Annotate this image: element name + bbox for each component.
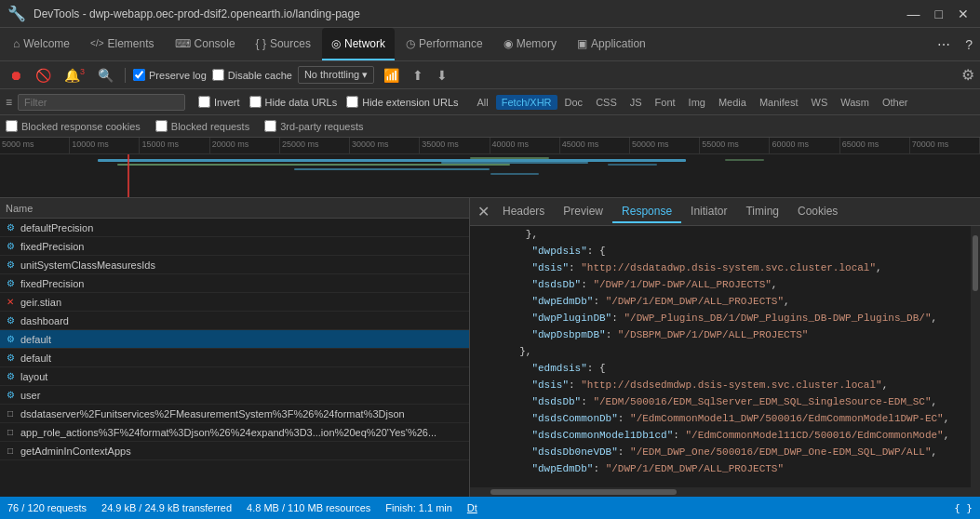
line-content: "dwpPluginDB": "/DWP_Plugins_DB/1/DWP_Pl… (507, 310, 937, 326)
hide-ext-label[interactable]: Hide extension URLs (346, 96, 458, 108)
close-panel-button[interactable]: ✕ (474, 203, 493, 220)
tab-console[interactable]: ⌨ Console (166, 28, 245, 60)
throttle-button[interactable]: No throttling ▾ (298, 66, 374, 84)
record-button[interactable]: ⏺ (6, 66, 26, 85)
list-item[interactable]: □dsdataserver%2Funitservices%2FMeasureme… (0, 405, 469, 423)
wifi-icon[interactable]: 📶 (380, 66, 403, 85)
maximize-button[interactable]: □ (932, 7, 946, 21)
third-party-checkbox[interactable] (264, 120, 276, 132)
list-item[interactable]: ✕geir.stian (0, 293, 469, 312)
application-icon: ▣ (577, 37, 587, 50)
preserve-log-checkbox[interactable] (133, 69, 145, 81)
list-item[interactable]: ⚙default (0, 349, 469, 367)
tab-headers[interactable]: Headers (493, 201, 554, 223)
tab-network[interactable]: ◎ Network (322, 28, 395, 60)
search-button[interactable]: 🔍 (94, 66, 117, 85)
ruler-tick: 65000 ms (840, 138, 910, 153)
json-line: "edmdsis": { (470, 360, 971, 377)
download-button[interactable]: ⬇ (433, 66, 451, 85)
filter-type-js[interactable]: JS (624, 95, 648, 110)
list-item[interactable]: □getAdminInContextApps (0, 442, 469, 460)
json-colon: : (569, 379, 581, 391)
filter-type-manifest[interactable]: Manifest (754, 95, 804, 110)
tab-preview[interactable]: Preview (554, 201, 612, 223)
minimize-button[interactable]: — (904, 7, 924, 21)
invert-checkbox[interactable] (198, 96, 210, 108)
json-punctuation (507, 279, 531, 290)
tab-application[interactable]: ▣ Application (568, 28, 655, 60)
filter-type-wasm[interactable]: Wasm (835, 95, 875, 110)
filter-type-ws[interactable]: WS (806, 95, 834, 110)
json-value: "/EdmCommonModel1_DWP/500016/EdmCommonMo… (630, 413, 944, 424)
sources-icon: { } (256, 37, 266, 50)
json-comma: , (882, 379, 889, 391)
timeline-bars (0, 154, 980, 198)
help-button[interactable]: ? (961, 37, 976, 52)
json-line: "dsdsCommonModel1Db1cd": "/EdmCommonMode… (470, 427, 971, 444)
list-item[interactable]: ⚙fixedPrecision (0, 237, 469, 256)
close-button[interactable]: ✕ (954, 7, 973, 21)
blocked-response-label[interactable]: Blocked response cookies (6, 120, 141, 132)
upload-button[interactable]: ⬆ (409, 66, 427, 85)
tab-initiator[interactable]: Initiator (681, 201, 736, 223)
json-colon: : (673, 430, 685, 441)
tab-response[interactable]: Response (612, 201, 681, 223)
disable-cache-checkbox[interactable] (212, 69, 224, 81)
v-scroll-thumb[interactable] (973, 235, 978, 291)
list-item[interactable]: ⚙user (0, 386, 469, 405)
ruler-tick: 15000 ms (140, 138, 209, 153)
tab-elements[interactable]: </> Elements (81, 28, 164, 60)
filter-type-font[interactable]: Font (650, 95, 681, 110)
vertical-scrollbar[interactable] (971, 226, 980, 497)
list-item[interactable]: □app_role_actions%3F%24format%3Djson%26%… (0, 423, 469, 442)
horizontal-scrollbar[interactable] (470, 487, 971, 497)
error-button[interactable]: 🔔3 (60, 65, 88, 85)
tab-memory[interactable]: ◉ Memory (494, 28, 566, 60)
more-tabs-button[interactable]: ⋯ (933, 37, 954, 52)
ruler-tick: 70000 ms (910, 138, 980, 153)
timeline-bar-4 (441, 162, 588, 164)
filter-type-doc[interactable]: Doc (559, 95, 589, 110)
name-column-header: Name (0, 203, 469, 214)
hide-data-checkbox[interactable] (249, 96, 262, 108)
list-item[interactable]: ⚙dashboard (0, 312, 469, 330)
filter-input[interactable] (18, 94, 185, 111)
filter-type-fetch[interactable]: Fetch/XHR (496, 95, 557, 110)
filter-type-media[interactable]: Media (713, 95, 752, 110)
json-content[interactable]: }, "dwpdsis": { "dsis": "http://dsdatadw… (470, 226, 971, 487)
json-key: "edmdsis" (531, 363, 586, 374)
tab-timing[interactable]: Timing (736, 201, 788, 223)
hide-data-label[interactable]: Hide data URLs (249, 96, 338, 108)
blocked-requests-label[interactable]: Blocked requests (155, 120, 249, 132)
tab-cookies[interactable]: Cookies (788, 201, 847, 223)
third-party-label[interactable]: 3rd-party requests (264, 120, 363, 132)
tab-sources[interactable]: { } Sources (247, 28, 320, 60)
invert-label[interactable]: Invert (198, 96, 240, 108)
tab-welcome[interactable]: ⌂ Welcome (4, 28, 79, 60)
hide-ext-checkbox[interactable] (346, 96, 358, 108)
filter-bar: ≡ Invert Hide data URLs Hide extension U… (0, 89, 980, 115)
disable-cache-label[interactable]: Disable cache (212, 69, 292, 81)
filter-type-all[interactable]: All (472, 95, 494, 110)
list-item[interactable]: ⚙default (0, 330, 469, 349)
filter-type-other[interactable]: Other (877, 95, 914, 110)
blocked-requests-checkbox[interactable] (155, 120, 168, 132)
tab-performance[interactable]: ◷ Performance (396, 28, 492, 60)
preserve-log-label[interactable]: Preserve log (133, 69, 207, 81)
list-item[interactable]: ⚙unitSystemClassMeasuresIds (0, 256, 469, 274)
json-key: "dsdsDb" (531, 396, 581, 407)
performance-icon: ◷ (406, 37, 415, 50)
list-item[interactable]: ⚙layout (0, 367, 469, 386)
filter-type-img[interactable]: Img (683, 95, 711, 110)
blocked-response-checkbox[interactable] (6, 120, 18, 132)
list-item[interactable]: ⚙defaultPrecision (0, 219, 469, 237)
list-item[interactable]: ⚙fixedPrecision (0, 274, 469, 293)
clear-button[interactable]: 🚫 (32, 66, 55, 85)
settings-button[interactable]: ⚙ (961, 66, 974, 84)
filter-type-css[interactable]: CSS (590, 95, 623, 110)
request-list[interactable]: ⚙defaultPrecision⚙fixedPrecision⚙unitSys… (0, 219, 469, 497)
json-colon: : (569, 262, 581, 273)
h-scroll-thumb[interactable] (490, 489, 677, 495)
json-punct: }, (507, 346, 531, 357)
request-type-icon: ⚙ (4, 259, 17, 272)
